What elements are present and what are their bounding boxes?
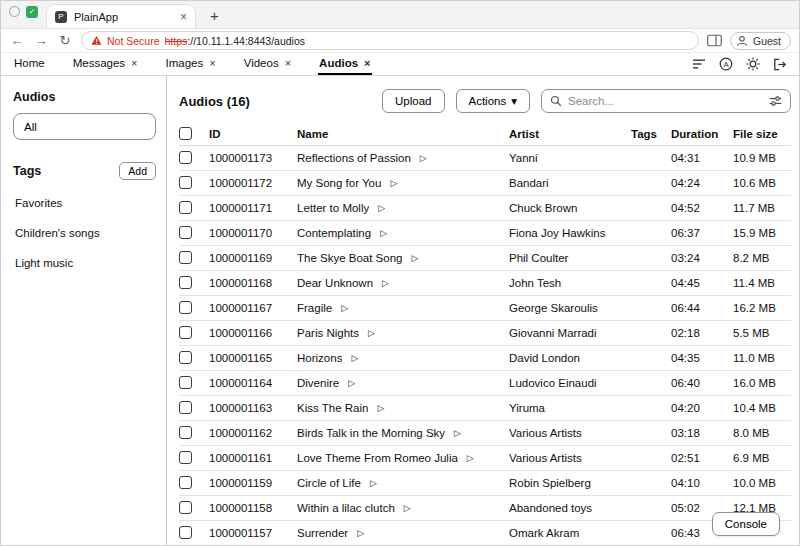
- table-row[interactable]: 1000001167 Fragile ▷ George Skaroulis 06…: [179, 296, 791, 321]
- table-row[interactable]: 1000001173 Reflections of Passion ▷ Yann…: [179, 146, 791, 171]
- exit-icon[interactable]: [773, 58, 787, 71]
- filter-tune-icon[interactable]: [769, 95, 782, 107]
- play-icon[interactable]: ▷: [368, 329, 375, 338]
- play-icon[interactable]: ▷: [370, 479, 377, 488]
- table-row[interactable]: 1000001157 Surrender ▷ Omark Akram 06:43: [179, 521, 791, 546]
- tag-label: Children's songs: [15, 227, 100, 239]
- tab-close-icon[interactable]: ×: [364, 57, 370, 69]
- cell-name-text: Divenire: [297, 377, 339, 389]
- table-row[interactable]: 1000001171 Letter to Molly ▷ Chuck Brown…: [179, 196, 791, 221]
- sidebar-tag-item[interactable]: Light music: [13, 248, 156, 278]
- row-checkbox[interactable]: [179, 326, 192, 339]
- cell-size: 11.7 MB: [733, 202, 791, 214]
- table-row[interactable]: 1000001168 Dear Unknown ▷ John Tesh 04:4…: [179, 271, 791, 296]
- url-omnibox[interactable]: Not Secure https://10.11.1.44:8443/audio…: [81, 31, 699, 50]
- app-nav-tab[interactable]: Home: [13, 53, 46, 75]
- play-icon[interactable]: ▷: [411, 254, 418, 263]
- cell-id: 1000001173: [209, 152, 297, 164]
- tab-close-icon[interactable]: ×: [285, 57, 291, 69]
- row-checkbox[interactable]: [179, 226, 192, 239]
- search-input[interactable]: [568, 95, 763, 107]
- table-row[interactable]: 1000001172 My Song for You ▷ Bandari 04:…: [179, 171, 791, 196]
- table-row[interactable]: 1000001165 Horizons ▷ David London 04:35…: [179, 346, 791, 371]
- cell-duration: 04:20: [671, 402, 733, 414]
- row-checkbox[interactable]: [179, 376, 192, 389]
- cell-size: 5.5 MB: [733, 327, 791, 339]
- play-icon[interactable]: ▷: [420, 154, 427, 163]
- side-panel-icon[interactable]: [707, 34, 722, 47]
- tab-close-icon[interactable]: ×: [209, 57, 215, 69]
- browser-address-bar: ← → ↻ Not Secure https://10.11.1.44:8443…: [1, 29, 799, 53]
- app-nav-tab[interactable]: Audios ×: [318, 53, 371, 75]
- table-header-row: ID Name Artist Tags Duration File size: [179, 123, 791, 146]
- sidebar-tag-item[interactable]: Children's songs: [13, 218, 156, 248]
- table-row[interactable]: 1000001169 The Skye Boat Song ▷ Phil Cou…: [179, 246, 791, 271]
- play-icon[interactable]: ▷: [378, 204, 385, 213]
- play-icon[interactable]: ▷: [351, 354, 358, 363]
- play-icon[interactable]: ▷: [357, 529, 364, 538]
- cell-duration: 06:40: [671, 377, 733, 389]
- table-row[interactable]: 1000001162 Birds Talk in the Morning Sky…: [179, 421, 791, 446]
- search-box[interactable]: [541, 89, 791, 113]
- console-button[interactable]: Console: [712, 512, 780, 536]
- table-row[interactable]: 1000001164 Divenire ▷ Ludovico Einaudi 0…: [179, 371, 791, 396]
- row-checkbox[interactable]: [179, 276, 192, 289]
- row-checkbox[interactable]: [179, 476, 192, 489]
- select-all-checkbox[interactable]: [179, 127, 192, 140]
- actions-button[interactable]: Actions ▾: [456, 89, 531, 113]
- cell-name-text: Horizons: [297, 352, 342, 364]
- sidebar-all-button[interactable]: All: [13, 113, 156, 140]
- row-checkbox[interactable]: [179, 176, 192, 189]
- browser-tab[interactable]: P PlainApp ×: [46, 4, 196, 28]
- tab-close-icon[interactable]: ×: [180, 10, 187, 24]
- reload-icon[interactable]: ↻: [57, 33, 73, 48]
- cell-artist: Various Artists: [509, 427, 631, 439]
- row-checkbox[interactable]: [179, 201, 192, 214]
- upload-button[interactable]: Upload: [382, 89, 444, 113]
- circle-icon[interactable]: [9, 6, 20, 17]
- row-checkbox[interactable]: [179, 301, 192, 314]
- table-row[interactable]: 1000001163 Kiss The Rain ▷ Yiruma 04:20 …: [179, 396, 791, 421]
- table-row[interactable]: 1000001159 Circle of Life ▷ Robin Spielb…: [179, 471, 791, 496]
- play-icon[interactable]: ▷: [382, 279, 389, 288]
- table-row[interactable]: 1000001166 Paris Nights ▷ Giovanni Marra…: [179, 321, 791, 346]
- row-checkbox[interactable]: [179, 351, 192, 364]
- play-icon[interactable]: ▷: [454, 429, 461, 438]
- play-icon[interactable]: ▷: [377, 404, 384, 413]
- sort-icon[interactable]: [692, 58, 706, 70]
- table-row[interactable]: 1000001161 Love Theme From Romeo Julia ▷…: [179, 446, 791, 471]
- sidebar-tag-item[interactable]: Favorites: [13, 188, 156, 218]
- row-checkbox[interactable]: [179, 401, 192, 414]
- tab-close-icon[interactable]: ×: [131, 57, 137, 69]
- theme-icon[interactable]: [746, 57, 760, 71]
- play-icon[interactable]: ▷: [467, 454, 474, 463]
- row-checkbox[interactable]: [179, 526, 192, 539]
- play-icon[interactable]: ▷: [341, 304, 348, 313]
- row-checkbox[interactable]: [179, 426, 192, 439]
- app-nav-tab[interactable]: Videos ×: [243, 53, 292, 75]
- cell-id: 1000001161: [209, 452, 297, 464]
- cell-artist: Yiruma: [509, 402, 631, 414]
- play-icon[interactable]: ▷: [380, 229, 387, 238]
- row-checkbox[interactable]: [179, 451, 192, 464]
- translate-icon[interactable]: A: [719, 57, 733, 71]
- app-nav-tab[interactable]: Images ×: [165, 53, 217, 75]
- new-tab-button[interactable]: +: [204, 7, 225, 28]
- cell-id: 1000001164: [209, 377, 297, 389]
- row-checkbox[interactable]: [179, 251, 192, 264]
- row-checkbox[interactable]: [179, 151, 192, 164]
- add-tag-button[interactable]: Add: [119, 162, 156, 180]
- row-checkbox[interactable]: [179, 501, 192, 514]
- play-icon[interactable]: ▷: [390, 179, 397, 188]
- table-row[interactable]: 1000001158 Within a lilac clutch ▷ Aband…: [179, 496, 791, 521]
- table-row[interactable]: 1000001170 Contemplating ▷ Fiona Joy Haw…: [179, 221, 791, 246]
- app-nav-tab[interactable]: Messages ×: [72, 53, 139, 75]
- back-icon[interactable]: ←: [9, 33, 25, 48]
- profile-chip[interactable]: Guest: [730, 32, 791, 50]
- play-icon[interactable]: ▷: [404, 504, 411, 513]
- sidebar: Audios All Tags Add Favorites Children's…: [1, 76, 167, 546]
- forward-icon[interactable]: →: [33, 33, 49, 48]
- main-panel: Audios (16) Upload Actions ▾: [167, 76, 799, 546]
- check-badge-icon[interactable]: ✓: [26, 6, 38, 18]
- play-icon[interactable]: ▷: [348, 379, 355, 388]
